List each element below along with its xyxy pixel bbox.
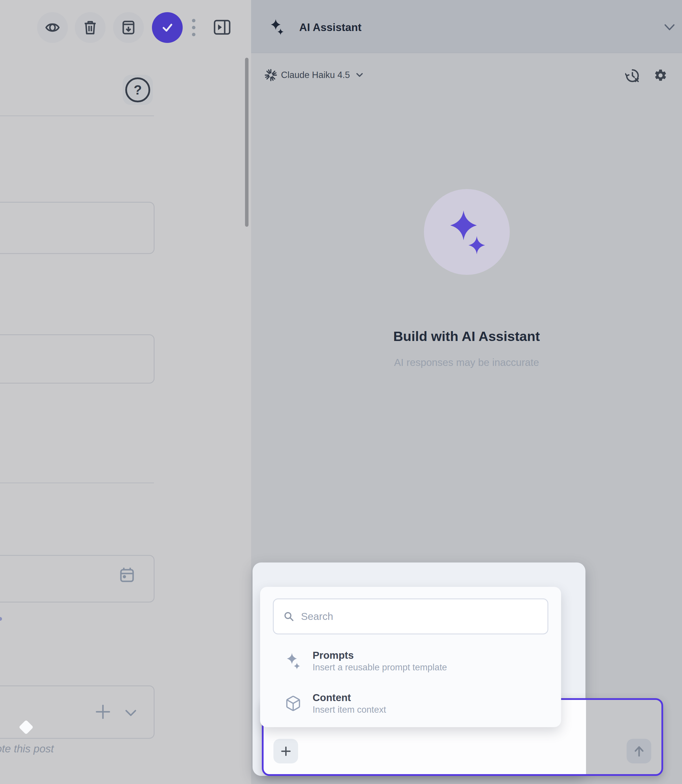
form-field[interactable] [0,202,155,254]
kebab-icon [191,18,196,37]
ai-panel-title: AI Assistant [299,21,362,33]
gear-icon [653,69,668,82]
sparkle-icon [285,652,301,670]
empty-state-subtitle: AI responses may be inaccurate [251,357,682,368]
plus-icon [280,746,292,757]
preview-button[interactable] [37,12,68,43]
archive-button[interactable] [113,12,144,43]
panel-toggle-icon [213,19,231,35]
model-chevron-icon [356,72,363,78]
date-field[interactable] [0,555,155,602]
search-input[interactable] [300,599,547,634]
form-field[interactable] [0,334,155,384]
menu-item-content[interactable]: Content Insert item context [285,684,540,722]
trash-icon [82,20,98,35]
eye-icon [45,20,60,35]
history-clear-icon [625,69,640,83]
menu-item-subtitle: Insert a reusable prompt template [312,662,447,673]
delete-button[interactable] [75,12,105,43]
model-selector[interactable]: Claude Haiku 4.5 [265,69,363,81]
section-divider [0,483,154,483]
search-field[interactable] [273,598,548,634]
model-name: Claude Haiku 4.5 [281,70,350,80]
menu-item-title: Prompts [312,649,447,662]
search-icon [284,611,294,621]
menu-item-title: Content [312,691,386,704]
sparkle-purple-icon [445,209,489,255]
approve-button[interactable] [152,12,183,43]
editor-panel: ? [0,0,252,784]
anthropic-starburst-icon [265,69,277,81]
section-divider [0,115,154,116]
chevron-down-icon[interactable] [124,709,137,717]
arrow-up-icon [633,744,646,758]
send-button[interactable] [626,739,651,763]
list-marker [0,617,2,621]
scrollbar-thumb[interactable] [245,58,249,227]
help-icon: ? [125,77,150,102]
ai-avatar-circle [424,189,510,275]
more-menu-button[interactable] [191,18,196,37]
archive-download-icon [121,20,136,35]
sparkle-icon [269,19,285,35]
calendar-icon[interactable] [119,567,135,583]
help-button[interactable]: ? [123,75,153,105]
check-icon [159,19,175,36]
collapse-panel-button[interactable] [213,19,231,35]
menu-item-prompts[interactable]: Prompts Insert a reusable prompt templat… [285,642,540,680]
help-glyph: ? [134,82,142,98]
plus-icon[interactable] [95,704,111,720]
empty-state-title: Build with AI Assistant [251,328,682,344]
cube-icon [285,695,301,712]
app-screen: ? [0,0,682,784]
insert-menu-popup: Prompts Insert a reusable prompt templat… [260,587,561,727]
clear-history-button[interactable] [625,69,640,83]
quote-post-text: ote this post [0,743,54,755]
menu-item-subtitle: Insert item context [312,704,386,715]
settings-button[interactable] [653,69,668,82]
ai-assistant-header: AI Assistant [251,0,682,53]
collapse-chevron-icon[interactable] [664,24,675,31]
add-context-button[interactable] [273,739,298,763]
